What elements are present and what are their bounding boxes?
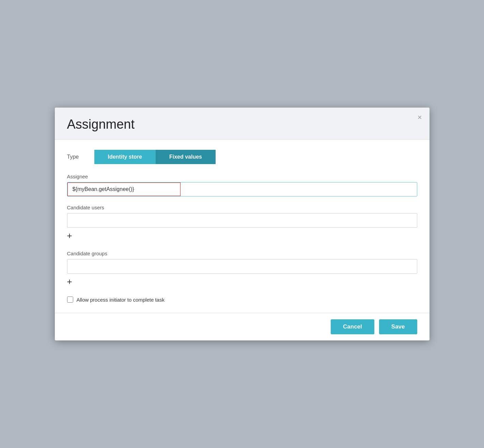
add-candidate-groups-button[interactable]: +: [67, 275, 72, 288]
cancel-button[interactable]: Cancel: [331, 319, 374, 334]
close-button[interactable]: ×: [418, 114, 422, 121]
candidate-users-label: Candidate users: [67, 205, 417, 210]
save-button[interactable]: Save: [379, 319, 417, 334]
initiator-checkbox[interactable]: [67, 297, 73, 303]
assignee-block: Assignee: [67, 174, 417, 196]
candidate-groups-input[interactable]: [67, 259, 417, 274]
assignee-input-extra[interactable]: [181, 182, 417, 196]
dialog-footer: Cancel Save: [55, 313, 430, 340]
type-row: Type Identity store Fixed values: [67, 150, 417, 164]
dialog-body: Type Identity store Fixed values Assigne…: [55, 140, 430, 313]
type-buttons: Identity store Fixed values: [94, 150, 216, 164]
initiator-checkbox-row: Allow process initiator to complete task: [67, 297, 417, 303]
candidate-groups-label: Candidate groups: [67, 251, 417, 256]
candidate-users-block: Candidate users +: [67, 205, 417, 242]
candidate-groups-block: Candidate groups +: [67, 251, 417, 288]
assignee-red-border: [67, 182, 181, 196]
assignee-input-container: [67, 182, 417, 196]
add-candidate-users-button[interactable]: +: [67, 229, 72, 242]
identity-store-button[interactable]: Identity store: [94, 150, 156, 164]
assignment-dialog: Assignment × Type Identity store Fixed v…: [55, 108, 430, 340]
assignee-input[interactable]: [68, 183, 180, 196]
type-label: Type: [67, 154, 94, 160]
assignee-label: Assignee: [67, 174, 417, 179]
candidate-users-input[interactable]: [67, 213, 417, 228]
initiator-checkbox-label[interactable]: Allow process initiator to complete task: [77, 297, 165, 303]
dialog-title: Assignment: [67, 117, 417, 132]
fixed-values-button[interactable]: Fixed values: [156, 150, 216, 164]
dialog-header: Assignment ×: [55, 108, 430, 140]
